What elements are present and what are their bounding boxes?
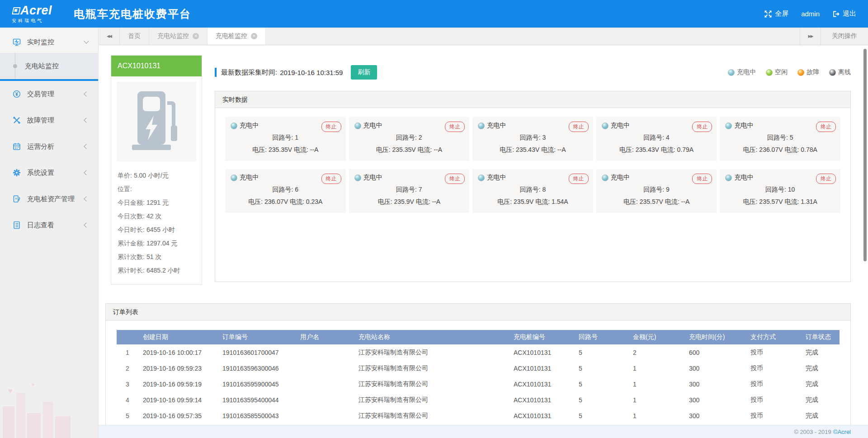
channel-voltage-current: 电压: 235.57V 电流: --A (602, 198, 712, 206)
close-icon[interactable]: × (193, 33, 199, 39)
double-left-arrow-icon: ◀◀ (107, 34, 111, 38)
stop-button[interactable]: 终止 (569, 122, 589, 132)
vertical-scrollbar[interactable] (863, 49, 867, 261)
channel-circuit: 回路号: 2 (354, 134, 464, 142)
table-cell: 5 (117, 408, 143, 424)
scroll-tabs-left-button[interactable]: ◀◀ (99, 28, 119, 45)
legend-fault: 故障 (797, 68, 819, 76)
sidebar-item-realtime-monitor[interactable]: 实时监控 (0, 31, 98, 53)
tab-home[interactable]: 首页 (119, 28, 149, 45)
logo-subtext: 安科瑞电气 (12, 19, 52, 23)
collect-info-row: 最新数据采集时间: 2019-10-16 10:31:59 刷新 充电中 空闲 (215, 65, 851, 80)
device-card: ACX1010131 单价: (111, 55, 202, 285)
table-cell: 1 (633, 360, 689, 376)
column-header: 订单编号 (222, 330, 300, 344)
column-header: 支付方式 (750, 330, 806, 344)
sidebar: 实时监控 充电站监控 交易管理 (0, 28, 99, 438)
stop-button[interactable]: 终止 (445, 122, 465, 132)
table-cell: 江苏安科瑞制造有限公司 (359, 344, 514, 360)
stop-button[interactable]: 终止 (445, 174, 465, 184)
acrel-logo: Acrel 安科瑞电气 (12, 5, 52, 23)
column-header: 充电桩编号 (514, 330, 579, 344)
legend-charging: 充电中 (728, 68, 756, 76)
stop-button[interactable]: 终止 (569, 174, 589, 184)
channel-circuit: 回路号: 1 (231, 134, 340, 142)
table-cell: 投币 (750, 344, 806, 360)
column-header: 订单状态 (806, 330, 840, 344)
sidebar-item-pile-assets[interactable]: 充电桩资产管理 (0, 186, 98, 212)
table-cell: 5 (579, 344, 633, 360)
sidebar-item-station-monitor[interactable]: 充电站监控 (0, 53, 98, 79)
stop-button[interactable]: 终止 (816, 174, 836, 184)
status-legend: 充电中 空闲 故障 离 (728, 68, 851, 76)
sidebar-group-realtime: 实时监控 充电站监控 (0, 28, 98, 79)
idle-dot-icon (766, 69, 773, 76)
sidebar-item-analytics[interactable]: 运营分析 (0, 133, 98, 160)
channel-card: 充电中 终止 回路号: 3 电压: 235.43V 电流: --A (472, 117, 593, 161)
table-cell (300, 360, 359, 376)
charging-dot-icon (231, 174, 237, 181)
collect-time-label: 最新数据采集时间: (221, 68, 277, 77)
table-cell: 江苏安科瑞制造有限公司 (359, 408, 514, 424)
stop-button[interactable]: 终止 (692, 122, 712, 132)
page-title: 电瓶车充电桩收费平台 (74, 7, 191, 21)
tab-label: 充电站监控 (157, 32, 189, 40)
scroll-tabs-right-button[interactable]: ▶▶ (800, 28, 821, 45)
logout-button[interactable]: 退出 (832, 9, 856, 18)
channel-circuit: 回路号: 6 (231, 186, 340, 194)
channel-card: 充电中 终止 回路号: 2 电压: 235.35V 电流: --A (349, 117, 470, 161)
user-menu[interactable]: admin (801, 10, 820, 18)
table-cell: 2 (633, 344, 689, 360)
tab-station-monitor[interactable]: 充电站监控 × (149, 28, 208, 45)
column-header: 用户名 (300, 330, 359, 344)
table-cell: 1910163595900045 (222, 376, 300, 392)
stop-button[interactable]: 终止 (321, 174, 341, 184)
channel-circuit: 回路号: 9 (602, 186, 712, 194)
stop-button[interactable]: 终止 (692, 174, 712, 184)
channel-voltage-current: 电压: 236.07V 电流: 0.23A (231, 198, 340, 206)
table-cell: 1 (633, 392, 689, 408)
legend-offline: 离线 (829, 68, 851, 76)
table-cell: 1 (117, 344, 143, 360)
table-cell: 3 (117, 376, 143, 392)
collect-time-value: 2019-10-16 10:31:59 (280, 69, 343, 76)
charging-dot-icon (478, 122, 485, 129)
sidebar-item-label: 系统设置 (27, 169, 54, 177)
channel-card: 充电中 终止 回路号: 6 电压: 236.07V 电流: 0.23A (225, 169, 346, 213)
sidebar-item-settings[interactable]: 系统设置 (0, 160, 98, 186)
channel-voltage-current: 电压: 236.07V 电流: 0.78A (725, 146, 835, 154)
sidebar-item-logs[interactable]: 日志查看 (0, 212, 98, 238)
charging-pile-icon (129, 88, 184, 155)
tab-pile-monitor[interactable]: 充电桩监控 × (208, 28, 266, 45)
channel-circuit: 回路号: 10 (725, 186, 835, 194)
log-icon (12, 221, 21, 230)
refresh-button[interactable]: 刷新 (351, 65, 377, 80)
sidebar-item-faults[interactable]: 故障管理 (0, 107, 98, 133)
table-cell: 投币 (750, 376, 806, 392)
table-cell: 江苏安科瑞制造有限公司 (359, 376, 514, 392)
close-icon[interactable]: × (251, 33, 257, 39)
stop-button[interactable]: 终止 (321, 122, 341, 132)
device-stat-row: 今日次数:42 次 (118, 209, 195, 223)
device-stat-row: 今日时长:6455 小时 (118, 223, 195, 236)
username-label: admin (801, 10, 820, 18)
charging-dot-icon (354, 174, 361, 181)
app-header: Acrel 安科瑞电气 电瓶车充电桩收费平台 全屏 admin (0, 0, 868, 28)
table-cell: 1910163596300046 (222, 360, 300, 376)
stop-button[interactable]: 终止 (816, 122, 836, 132)
calendar-icon (12, 142, 21, 151)
orders-table: 创建日期订单编号用户名充电站名称充电桩编号回路号金额(元)充电时间(分)支付方式… (117, 330, 840, 424)
orders-panel: 订单列表 创建日期订单编号用户名充电站名称充电桩编号回路号金额(元)充电时间(分… (105, 303, 851, 425)
chevron-left-icon (84, 91, 89, 96)
sidebar-item-transactions[interactable]: 交易管理 (0, 81, 98, 107)
orders-table-header-row: 创建日期订单编号用户名充电站名称充电桩编号回路号金额(元)充电时间(分)支付方式… (117, 330, 840, 344)
close-operations-button[interactable]: 关闭操作 (821, 28, 868, 45)
table-row: 32019-10-16 09:59:191910163595900045江苏安科… (117, 376, 840, 392)
channel-circuit: 回路号: 3 (478, 134, 588, 142)
acrel-link[interactable]: ©Acrel (833, 429, 851, 435)
chevron-left-icon (84, 144, 89, 149)
table-cell: 投币 (750, 392, 806, 408)
table-cell: ACX1010131 (514, 392, 579, 408)
sidebar-item-label: 实时监控 (27, 38, 54, 47)
fullscreen-button[interactable]: 全屏 (764, 9, 788, 18)
